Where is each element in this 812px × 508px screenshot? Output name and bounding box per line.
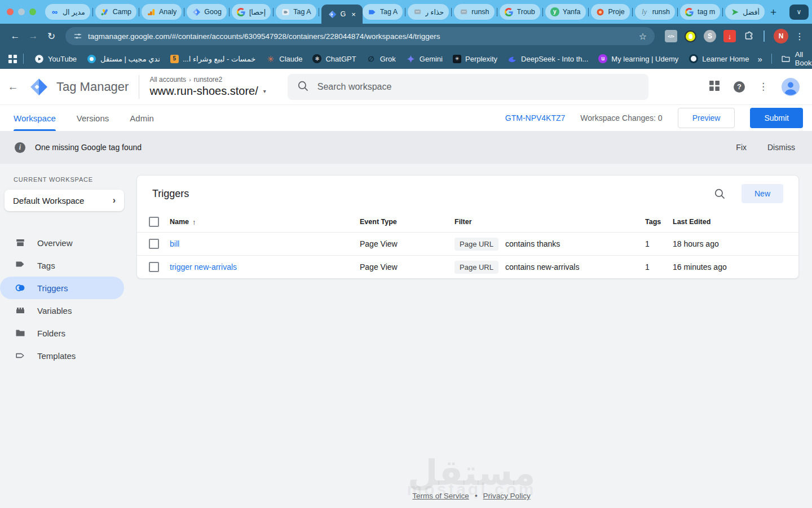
help-icon[interactable]: ? (734, 81, 745, 93)
back-button[interactable]: ← (7, 28, 24, 45)
container-selector[interactable]: All accounts › runstore2 www.run-shoes.s… (149, 76, 266, 98)
bookmark-chatgpt[interactable]: ✻ ChatGPT (307, 54, 361, 63)
tab-workspace[interactable]: Workspace (14, 105, 56, 131)
bookmark-mostaql[interactable]: ندي مجيب | مستقل (82, 54, 165, 64)
zoom-window-button[interactable] (29, 8, 36, 15)
minimize-window-button[interactable] (18, 8, 25, 15)
bookmark-label: Perplexity (465, 55, 497, 63)
browser-tab-chat-shoe[interactable]: حذاء ر (408, 4, 449, 20)
browser-tab-project[interactable]: Proje (591, 4, 630, 20)
url-text[interactable]: tagmanager.google.com/#/container/accoun… (88, 32, 633, 41)
more-options-icon[interactable]: ⋮ (758, 81, 768, 93)
preview-button[interactable]: Preview (678, 108, 735, 128)
all-bookmarks-button[interactable]: All Bookmarks (778, 50, 812, 67)
site-settings-icon[interactable] (73, 32, 82, 41)
select-all-checkbox[interactable] (149, 217, 159, 227)
extensions-puzzle-icon[interactable] (743, 30, 754, 42)
column-last-edited[interactable]: Last Edited (673, 218, 798, 226)
header-divider (139, 75, 139, 99)
browser-tab-tag-assistant[interactable]: Tag A (276, 4, 316, 20)
new-trigger-button[interactable]: New (742, 184, 783, 203)
browser-tab-yanfa[interactable]: y Yanfa (545, 4, 586, 20)
browser-tab-stats[interactable]: إحصا] (232, 4, 271, 20)
close-tab-icon[interactable]: × (351, 11, 356, 18)
s-extension-icon[interactable]: S (704, 30, 716, 42)
column-tags[interactable]: Tags (645, 218, 673, 226)
profile-avatar[interactable]: N (774, 29, 788, 43)
forward-button[interactable]: → (25, 28, 42, 45)
tab-separator (92, 8, 93, 16)
sidebar-item-variables[interactable]: Variables (0, 299, 124, 322)
sidebar-item-triggers[interactable]: Triggers (0, 277, 124, 299)
new-tab-button[interactable]: + (770, 7, 776, 17)
bookmark-grok[interactable]: ∅ Grok (361, 54, 401, 64)
account-avatar[interactable] (782, 78, 800, 96)
dismiss-button[interactable]: Dismiss (767, 143, 795, 152)
tab-search-chevron-button[interactable]: ∨ (789, 5, 809, 20)
bookmark-star-icon[interactable]: ☆ (639, 31, 647, 42)
browser-tab-gtm[interactable]: Goog (187, 4, 227, 20)
browser-tab-tag-search[interactable]: tag m (680, 4, 720, 20)
browser-tab-google-ads[interactable]: Camp (95, 4, 136, 20)
browser-tab-meta[interactable]: ∞ مدير ال (45, 4, 90, 20)
column-name[interactable]: Name ↑ (170, 218, 360, 226)
submit-button[interactable]: Submit (750, 108, 803, 128)
udemy-icon: u (598, 54, 607, 63)
apps-grid-icon[interactable] (8, 54, 17, 64)
trigger-name-link[interactable]: bill (170, 239, 179, 248)
browser-tab-runsh-notes[interactable]: ly runsh (635, 4, 675, 20)
bookmark-deepseek[interactable]: DeepSeek - Into th... (502, 54, 593, 64)
search-input[interactable] (316, 81, 639, 93)
bookmark-label: ندي مجيب | مستقل (100, 55, 160, 63)
reload-button[interactable]: ↻ (43, 28, 60, 45)
code-extension-icon[interactable]: </> (665, 30, 677, 42)
gtm-container-id-link[interactable]: GTM-NPV4KTZ7 (505, 113, 566, 122)
tab-label: Workspace (14, 113, 56, 123)
snapchat-extension-icon[interactable] (685, 30, 696, 42)
browser-menu-icon[interactable]: ⋮ (794, 31, 805, 42)
bookmark-perplexity[interactable]: ✳ Perplexity (448, 55, 502, 63)
apps-grid-icon[interactable] (709, 80, 720, 94)
sidebar-item-tags[interactable]: Tags (0, 254, 124, 277)
browser-tab-analytics[interactable]: Analy (142, 4, 182, 20)
tab-admin[interactable]: Admin (130, 105, 154, 131)
bookmark-khamsat[interactable]: 5 خمسات - لبيع وشراء ا... (165, 55, 261, 63)
grok-icon: ∅ (367, 54, 376, 64)
url-bar[interactable]: tagmanager.google.com/#/container/accoun… (65, 27, 655, 45)
privacy-policy-link[interactable]: Privacy Policy (483, 492, 531, 500)
column-event-type[interactable]: Event Type (360, 218, 454, 226)
bookmark-udemy[interactable]: u My learning | Udemy (593, 54, 683, 63)
browser-tab-tag-assistant-2[interactable]: Tag A (363, 4, 403, 20)
trigger-name-link[interactable]: trigger new-arrivals (170, 262, 237, 271)
row-checkbox[interactable] (149, 239, 159, 249)
breadcrumb-all-accounts[interactable]: All accounts (149, 76, 186, 84)
close-window-button[interactable] (7, 8, 14, 15)
workspace-selector[interactable]: Default Workspace › (5, 190, 124, 211)
bookmark-gemini[interactable]: Gemini (401, 54, 448, 64)
browser-toolbar: ← → ↻ tagmanager.google.com/#/container/… (0, 24, 812, 49)
workspace-search[interactable] (288, 74, 648, 100)
youtube-icon (34, 54, 44, 64)
sidebar-item-folders[interactable]: Folders (0, 322, 124, 344)
table-search-icon[interactable] (713, 187, 726, 200)
browser-tab-active-gtm[interactable]: G × (321, 5, 363, 24)
browser-tab-chat-runsh[interactable]: runsh (454, 4, 494, 20)
browser-tab-best[interactable]: أفضل (725, 4, 765, 20)
sidebar-item-templates[interactable]: Templates (0, 344, 124, 367)
breadcrumb-account[interactable]: runstore2 (193, 76, 222, 84)
container-name[interactable]: www.run-shoes.store/ (149, 85, 258, 98)
bookmarks-overflow-icon[interactable]: » (754, 54, 765, 64)
bookmark-claude[interactable]: ✳ Claude (261, 54, 307, 64)
downloader-extension-icon[interactable]: ↓ (723, 30, 736, 42)
sidebar-item-overview[interactable]: Overview (0, 231, 124, 254)
app-back-icon[interactable]: ← (6, 81, 20, 93)
row-checkbox[interactable] (149, 262, 159, 272)
dropdown-caret-icon[interactable]: ▾ (263, 88, 266, 94)
bookmark-youtube[interactable]: YouTube (29, 54, 82, 64)
bookmark-learner-home[interactable]: Learner Home (683, 54, 754, 64)
terms-of-service-link[interactable]: Terms of Service (412, 492, 469, 500)
overview-icon (15, 237, 26, 248)
browser-tab-troubleshoot[interactable]: Troub (500, 4, 540, 20)
fix-button[interactable]: Fix (736, 143, 747, 152)
tab-versions[interactable]: Versions (77, 105, 109, 131)
